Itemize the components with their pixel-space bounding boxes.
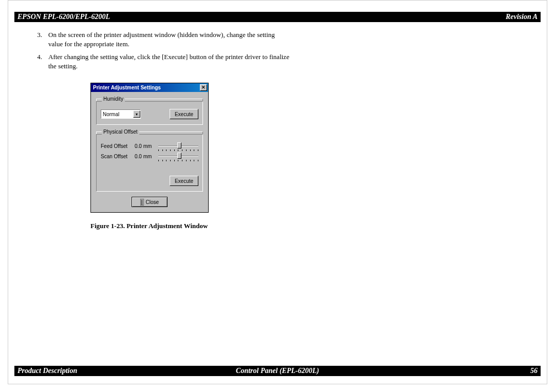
step-number: 3. — [34, 30, 48, 48]
feed-offset-label: Feed Offset — [101, 143, 131, 149]
step-text: On the screen of the printer adjustment … — [48, 30, 291, 48]
step-item: 3. On the screen of the printer adjustme… — [34, 30, 291, 48]
step-text: After changing the setting value, click … — [48, 52, 291, 70]
page-header: EPSON EPL-6200/EPL-6200L Revision A — [14, 12, 541, 22]
feed-offset-value: 0.0 mm — [135, 143, 154, 149]
header-right: Revision A — [506, 13, 538, 21]
footer-page-number: 56 — [530, 367, 538, 375]
chevron-down-icon[interactable]: ▼ — [133, 110, 140, 118]
header-left: EPSON EPL-6200/EPL-6200L — [17, 13, 110, 21]
document-page: EPSON EPL-6200/EPL-6200L Revision A 3. O… — [8, 0, 547, 384]
slider-thumb-icon[interactable] — [177, 153, 181, 159]
slider-thumb-icon[interactable] — [177, 142, 181, 148]
scan-offset-value: 0.0 mm — [135, 154, 154, 159]
figure: Printer Adjustment Settings ✕ Humidity N… — [90, 83, 209, 230]
step-number: 4. — [34, 52, 48, 70]
close-icon[interactable]: ✕ — [200, 84, 207, 91]
humidity-legend: Humidity — [102, 96, 125, 102]
dialog-body: Humidity Normal ▼ Execute Physical Offse… — [91, 92, 208, 212]
humidity-dropdown[interactable]: Normal ▼ — [101, 109, 141, 119]
footer-left: Product Description — [17, 367, 77, 375]
execute-button[interactable]: Execute — [170, 176, 198, 186]
humidity-group: Humidity Normal ▼ Execute — [96, 96, 203, 125]
physical-offset-group: Physical Offset Feed Offset 0.0 mm Scan … — [96, 129, 203, 192]
execute-button[interactable]: Execute — [170, 109, 198, 119]
physical-offset-legend: Physical Offset — [102, 129, 139, 135]
body-text: 3. On the screen of the printer adjustme… — [34, 30, 291, 74]
step-item: 4. After changing the setting value, cli… — [34, 52, 291, 70]
humidity-value: Normal — [103, 111, 119, 117]
footer-center: Control Panel (EPL-6200L) — [236, 367, 319, 375]
figure-caption: Figure 1-23. Printer Adjustment Window — [90, 222, 209, 230]
page-footer: Product Description Control Panel (EPL-6… — [14, 366, 541, 376]
dialog-titlebar[interactable]: Printer Adjustment Settings ✕ — [91, 83, 208, 92]
dialog-window: Printer Adjustment Settings ✕ Humidity N… — [90, 83, 209, 213]
dialog-title: Printer Adjustment Settings — [93, 85, 161, 90]
scan-offset-slider[interactable] — [158, 152, 198, 160]
feed-offset-slider[interactable] — [158, 142, 198, 150]
close-button[interactable]: | Close — [132, 197, 168, 207]
scan-offset-label: Scan Offset — [101, 154, 131, 159]
